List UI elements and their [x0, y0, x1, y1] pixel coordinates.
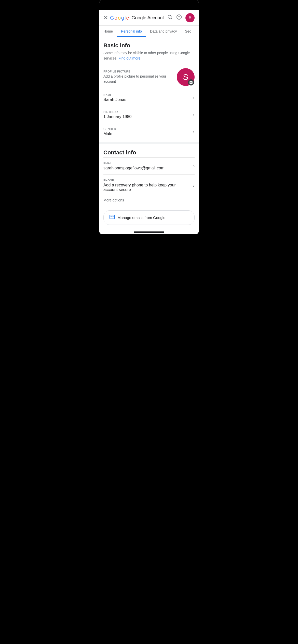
profile-avatar-initial: S — [183, 72, 188, 82]
gender-row[interactable]: GENDER Male › — [103, 123, 195, 140]
name-row[interactable]: NAME Sarah Jonas › — [103, 89, 195, 106]
email-label: EMAIL — [103, 162, 190, 165]
svg-text:?: ? — [178, 16, 180, 19]
google-letter-o2: o — [118, 15, 121, 21]
more-options[interactable]: More options — [103, 196, 195, 206]
phone-container: ✕ Google Google Account ? S Ho — [99, 0, 199, 234]
google-letter-l: l — [125, 15, 126, 21]
phone-description: Add a recovery phone to help keep your a… — [103, 183, 190, 192]
gender-value: Male — [103, 131, 190, 136]
basic-info-title: Basic info — [103, 42, 195, 49]
profile-picture-row[interactable]: PROFILE PICTURE Add a profile picture to… — [103, 65, 195, 89]
tab-home[interactable]: Home — [99, 26, 117, 37]
phone-chevron-right-icon: › — [193, 183, 195, 188]
header-left: ✕ Google Google Account — [103, 15, 164, 21]
home-indicator — [99, 229, 199, 234]
birthday-label: BIRTHDAY — [103, 110, 190, 113]
manage-emails-label: Manage emails from Google — [117, 215, 165, 220]
find-out-more-link[interactable]: Find out more — [118, 56, 140, 60]
profile-pic-info: PROFILE PICTURE Add a profile picture to… — [103, 70, 177, 84]
phone-row[interactable]: PHONE Add a recovery phone to help keep … — [103, 174, 195, 196]
name-label: NAME — [103, 93, 190, 96]
google-logo: Google — [110, 15, 129, 21]
gender-chevron-right-icon: › — [193, 129, 195, 135]
header-icons: ? S — [167, 13, 195, 22]
section-divider — [99, 142, 199, 144]
birthday-chevron-right-icon: › — [193, 112, 195, 118]
main-content: Basic info Some info may be visible to o… — [99, 37, 199, 234]
email-value: sarahjonaspageflows@gmail.com — [103, 166, 190, 170]
close-button[interactable]: ✕ — [103, 15, 108, 21]
help-icon[interactable]: ? — [176, 14, 182, 21]
name-chevron-right-icon: › — [193, 95, 195, 100]
birthday-row[interactable]: BIRTHDAY 1 January 1980 › — [103, 106, 195, 123]
tab-security[interactable]: Sec — [181, 26, 195, 37]
google-letter-e: e — [126, 15, 129, 21]
gender-content: GENDER Male — [103, 127, 190, 136]
contact-info-title: Contact info — [103, 149, 195, 156]
app-title: Google Account — [132, 15, 164, 21]
google-letter-g2: g — [121, 15, 124, 21]
basic-info-section: Basic info Some info may be visible to o… — [99, 37, 199, 142]
phone-content: PHONE Add a recovery phone to help keep … — [103, 179, 190, 192]
phone-label: PHONE — [103, 179, 190, 182]
camera-badge — [188, 79, 194, 85]
name-content: NAME Sarah Jonas — [103, 93, 190, 102]
email-chevron-right-icon: › — [193, 164, 195, 169]
birthday-value: 1 January 1980 — [103, 114, 190, 119]
avatar[interactable]: S — [185, 13, 195, 22]
home-bar — [134, 231, 164, 233]
manage-emails-button[interactable]: Manage emails from Google — [103, 210, 195, 225]
search-icon[interactable] — [167, 14, 173, 21]
profile-pic-description: Add a profile picture to personalise you… — [103, 74, 177, 84]
app-header: ✕ Google Google Account ? S — [99, 10, 199, 26]
manage-emails-icon — [109, 214, 115, 221]
gender-label: GENDER — [103, 127, 190, 130]
tab-data-privacy[interactable]: Data and privacy — [146, 26, 181, 37]
profile-avatar-large[interactable]: S — [177, 68, 195, 86]
nav-tabs: Home Personal info Data and privacy Sec — [99, 26, 199, 37]
tab-personal-info[interactable]: Personal info — [117, 26, 146, 37]
profile-pic-label: PROFILE PICTURE — [103, 70, 177, 73]
google-letter-o1: o — [115, 15, 117, 21]
email-content: EMAIL sarahjonaspageflows@gmail.com — [103, 162, 190, 170]
contact-info-section: Contact info EMAIL sarahjonaspageflows@g… — [99, 144, 199, 208]
status-bar — [99, 0, 199, 10]
google-letter-g: G — [110, 15, 114, 21]
name-value: Sarah Jonas — [103, 97, 190, 102]
email-row[interactable]: EMAIL sarahjonaspageflows@gmail.com › — [103, 157, 195, 174]
birthday-content: BIRTHDAY 1 January 1980 — [103, 110, 190, 119]
svg-line-1 — [171, 18, 172, 19]
basic-info-subtitle: Some info may be visible to other people… — [103, 50, 195, 61]
